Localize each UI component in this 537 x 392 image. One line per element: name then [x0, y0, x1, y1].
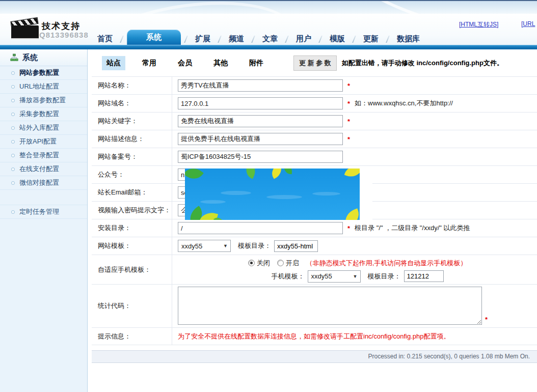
- nav-channel[interactable]: 频道: [221, 34, 252, 45]
- domain-hint-text: 如：www.wxqhsc.cn,不要加http://: [355, 99, 453, 108]
- security-tip-text: 为了安全不提供在线配置数据库连接信息，如需修改请手工配置inc/config/c…: [178, 332, 450, 341]
- site-keywords-input[interactable]: [178, 115, 343, 127]
- status-bar: Processed in: 0.215 second(s), 0 queries…: [92, 350, 537, 363]
- sidebar-item-collect-params[interactable]: 采集参数配置: [0, 107, 87, 121]
- template-dir-input[interactable]: [274, 240, 318, 252]
- site-description-input[interactable]: [178, 133, 343, 145]
- subtab-other[interactable]: 其他: [209, 56, 232, 70]
- leaf-decoration: [344, 169, 360, 180]
- subtab-toolbar: 站点 常用 会员 其他 附件 更 新 参 数 如配置出错，请手动修改 inc/c…: [92, 55, 537, 71]
- nav-update[interactable]: 更新: [355, 34, 387, 45]
- bullet-icon: [11, 71, 15, 75]
- form-row-install-dir: 安装目录： * 根目录 "/" ，二级目录 "/xxdy/" 以此类推: [92, 219, 537, 237]
- nav-article[interactable]: 文章: [254, 34, 286, 45]
- sidebar-item-label: URL地址配置: [19, 82, 59, 91]
- sidebar-header: 系统: [0, 49, 87, 66]
- subtab-site[interactable]: 站点: [102, 56, 125, 70]
- sky-background: [185, 169, 360, 220]
- sidebar-item-site-params[interactable]: 网站参数配置: [0, 66, 87, 80]
- select-value: xxdy55: [181, 242, 202, 250]
- form-row-icp: 网站备案号：: [92, 148, 537, 166]
- nav-database[interactable]: 数据库: [389, 34, 428, 45]
- subtab-member[interactable]: 会员: [173, 56, 197, 70]
- subtab-common[interactable]: 常用: [138, 56, 161, 70]
- nav-extend[interactable]: 扩展: [187, 34, 219, 45]
- nav-blue-band: [0, 45, 537, 49]
- sidebar-item-label: 整合登录配置: [19, 151, 59, 160]
- nav-user[interactable]: 用户: [288, 34, 319, 45]
- decor-swoosh: [318, 0, 537, 14]
- admin-page: 技术支持 Q813396838 [HTML互转JS] [URL 首页 系统 扩展…: [0, 0, 537, 392]
- field-label: 统计代码：: [92, 285, 172, 327]
- leaf-decoration: [243, 169, 259, 179]
- nav-template[interactable]: 模版: [321, 34, 353, 45]
- radio-on-label: 开启: [286, 259, 299, 268]
- sidebar-item-label: 采集参数配置: [19, 109, 59, 119]
- sidebar: 系统 网站参数配置 URL地址配置 播放器参数配置 采集参数配置 站外入库配置 …: [0, 49, 88, 392]
- processed-status-text: Processed in: 0.215 second(s), 0 queries…: [368, 353, 530, 360]
- install-dir-input[interactable]: [178, 222, 343, 234]
- required-mark: *: [347, 82, 350, 90]
- sidebar-item-label: 站外入库配置: [19, 123, 59, 132]
- site-template-select[interactable]: xxdy55 ▼: [178, 240, 231, 252]
- form-row-tip: 提示信息： 为了安全不提供在线配置数据库连接信息，如需修改请手工配置inc/co…: [92, 328, 537, 345]
- field-label: 网站域名：: [92, 95, 172, 112]
- radio-mobile-on[interactable]: [277, 260, 284, 266]
- chevron-down-icon: ▼: [223, 243, 228, 248]
- form-row-site-keywords: 网站关键字： *: [92, 113, 537, 130]
- update-params-button[interactable]: 更 新 参 数: [293, 55, 337, 71]
- sidebar-item-player-params[interactable]: 播放器参数配置: [0, 94, 87, 107]
- bullet-icon: [11, 210, 15, 214]
- subtab-attachment[interactable]: 附件: [245, 56, 268, 70]
- field-label: 网站名称：: [92, 77, 172, 94]
- mobile-template-select[interactable]: xxdy55 ▼: [308, 270, 361, 283]
- sidebar-item-wechat-config[interactable]: 微信对接配置: [0, 176, 87, 190]
- top-decor-band: [0, 0, 537, 14]
- field-label: 提示信息：: [92, 328, 172, 345]
- stats-code-textarea[interactable]: [178, 287, 482, 325]
- main-nav: 首页 系统 扩展 频道 文章 用户 模版 更新 数据库: [89, 30, 428, 45]
- required-mark: *: [347, 100, 350, 107]
- form-row-site-domain: 网站域名： * 如：www.wxqhsc.cn,不要加http://: [92, 95, 537, 113]
- sidebar-item-label: 开放API配置: [19, 137, 57, 146]
- required-mark: *: [485, 316, 488, 323]
- template-dir-label: 模板目录：: [238, 241, 271, 250]
- field-label: 网站关键字：: [92, 113, 172, 130]
- site-domain-input[interactable]: [178, 97, 343, 109]
- sidebar-item-online-payment[interactable]: 在线支付配置: [0, 162, 87, 176]
- install-dir-hint-text: 根目录 "/" ，二级目录 "/xxdy/" 以此类推: [355, 223, 470, 233]
- header: 技术支持 Q813396838 [HTML互转JS] [URL 首页 系统 扩展…: [0, 14, 537, 45]
- sidebar-item-open-api[interactable]: 开放API配置: [0, 135, 87, 149]
- leaf-decoration: [185, 169, 204, 183]
- chevron-down-icon: ▼: [353, 274, 358, 279]
- field-label: 网站备案号：: [92, 148, 172, 165]
- site-name-input[interactable]: [178, 79, 343, 92]
- radio-off-label: 关闭: [257, 259, 270, 268]
- mobile-template-dir-label: 模板目录：: [368, 272, 401, 281]
- clapperboard-logo-icon: [10, 18, 40, 41]
- sidebar-title: 系统: [22, 53, 38, 63]
- required-mark: *: [347, 225, 350, 232]
- bullet-icon: [11, 167, 15, 171]
- icp-number-input[interactable]: [178, 151, 343, 163]
- leaf-decoration: [268, 169, 284, 179]
- radio-mobile-off[interactable]: [248, 260, 255, 266]
- support-qq-number: Q813396838: [39, 31, 89, 39]
- sidebar-item-url-config[interactable]: URL地址配置: [0, 80, 87, 94]
- nav-system-active-tab[interactable]: 系统: [127, 30, 181, 45]
- sidebar-item-integrated-login[interactable]: 整合登录配置: [0, 149, 87, 162]
- required-mark: *: [347, 135, 350, 143]
- form-row-site-template: 网站模板： xxdy55 ▼ 模板目录：: [92, 237, 537, 255]
- bullet-icon: [11, 85, 15, 89]
- sidebar-item-offsite-storage[interactable]: 站外入库配置: [0, 121, 87, 135]
- sidebar-gap: [0, 190, 87, 205]
- link-url-tool[interactable]: [URL: [521, 20, 535, 27]
- link-html-to-js[interactable]: [HTML互转JS]: [459, 20, 498, 29]
- sidebar-item-label: 在线支付配置: [19, 164, 59, 174]
- mobile-template-dir-input[interactable]: [404, 270, 444, 282]
- bullet-icon: [11, 126, 15, 130]
- field-label: 视频输入密码提示文字：: [92, 202, 172, 219]
- bullet-icon: [11, 113, 15, 116]
- sidebar-item-scheduled-tasks[interactable]: 定时任务管理: [0, 205, 87, 219]
- nav-home[interactable]: 首页: [89, 34, 121, 45]
